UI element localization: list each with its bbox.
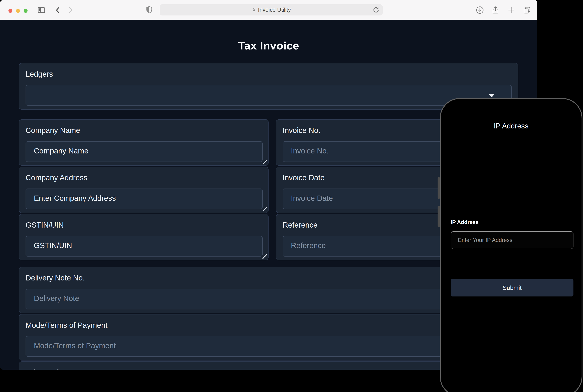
zoom-window-button[interactable] [24,9,28,13]
company-address-card: Company Address Enter Company Address [19,166,269,213]
minimize-window-button[interactable] [16,9,20,13]
delivery-note-field[interactable] [26,289,512,310]
gstin-label: GSTIN/UIN [26,221,64,229]
ledgers-label: Ledgers [26,70,53,78]
submit-button[interactable]: Submit [451,279,573,296]
refresh-icon[interactable] [372,6,380,14]
address-bar[interactable]: Invoice Utility [160,4,383,16]
new-tab-icon[interactable] [507,6,515,14]
company-name-field[interactable]: Company Name [26,141,263,162]
company-address-label: Company Address [26,174,87,182]
invoice-no-label: Invoice No. [283,126,320,135]
payment-terms-field[interactable] [26,336,512,357]
lock-icon [251,8,256,12]
company-name-label: Company Name [26,126,80,135]
privacy-shield-icon[interactable] [145,6,154,14]
phone-screen-title: IP Address [441,122,581,130]
ledgers-select[interactable] [26,85,512,106]
tab-overview-icon[interactable] [522,6,531,14]
chevron-down-icon [489,94,495,97]
phone-volume-up-button [438,177,440,199]
gstin-card: GSTIN/UIN GSTIN/UIN [19,214,269,260]
desktop: { "browser": { "window_controls": ["clos… [0,0,583,392]
company-address-field[interactable]: Enter Company Address [26,188,263,209]
phone-volume-down-button [438,206,440,227]
company-name-card: Company Name Company Name [19,119,269,166]
phone-mockup: IP Address IP Address Submit [440,98,582,392]
back-icon[interactable] [54,6,62,14]
sidebar-toggle-icon[interactable] [37,6,46,14]
invoice-date-label: Invoice Date [283,174,325,182]
ip-address-input[interactable] [451,231,573,249]
ledgers-card: Ledgers [19,63,518,110]
page-title: Tax Invoice [0,39,537,52]
forward-icon[interactable] [66,6,75,14]
download-icon[interactable] [475,6,484,14]
close-window-button[interactable] [9,9,13,13]
other-ref-label: Other Ref [26,368,58,370]
payment-terms-label: Mode/Terms of Payment [26,321,108,330]
reference-label: Reference [283,221,317,229]
delivery-note-label: Delivery Note No. [26,274,85,282]
browser-toolbar: Invoice Utility [0,0,537,20]
ip-address-label: IP Address [451,219,479,225]
share-icon[interactable] [491,6,500,14]
address-bar-text: Invoice Utility [258,7,291,13]
gstin-field[interactable]: GSTIN/UIN [26,236,263,256]
